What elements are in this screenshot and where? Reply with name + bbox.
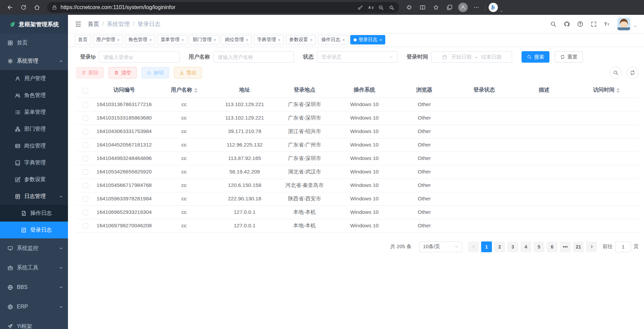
browser-back-button[interactable]	[4, 2, 16, 13]
tab-home[interactable]: 首页	[75, 35, 91, 44]
avatar-caret-icon[interactable]	[633, 24, 637, 30]
browser-home-button[interactable]	[31, 2, 43, 13]
close-tab-icon[interactable]: ×	[246, 37, 248, 42]
page-button-21[interactable]: 21	[573, 241, 584, 252]
close-tab-icon[interactable]: ×	[342, 37, 345, 42]
user-avatar[interactable]	[617, 18, 630, 30]
sidebar-item-post-management[interactable]: 岗位管理	[0, 137, 68, 154]
row-checkbox[interactable]	[83, 196, 88, 202]
row-checkbox[interactable]	[83, 142, 88, 148]
row-checkbox[interactable]	[83, 129, 88, 134]
col-user-name[interactable]: 用户名称	[153, 83, 215, 98]
user-name-input[interactable]	[213, 51, 294, 63]
extensions-icon[interactable]	[403, 2, 415, 13]
browser-reload-button[interactable]	[17, 2, 30, 13]
table-row[interactable]: 1641054566717984768cc120.6.150.158河北省-秦皇…	[76, 178, 639, 192]
page-button-4[interactable]: 4	[521, 241, 531, 252]
tab-parameter-settings[interactable]: 参数设置×	[286, 35, 316, 44]
login-ip-input[interactable]	[99, 51, 180, 63]
sidebar-item-login-log[interactable]: 登录日志	[0, 222, 68, 238]
close-tab-icon[interactable]: ×	[117, 37, 120, 42]
table-row[interactable]: 1641044993248464896cc113.87.92.165广东省-深圳…	[76, 152, 639, 165]
row-checkbox[interactable]	[83, 156, 88, 161]
password-key-icon[interactable]	[357, 5, 363, 10]
table-row[interactable]: 1641043063331753984cc39.171.210.78浙江省-绍兴…	[76, 125, 639, 138]
status-select[interactable]: 登录状态	[317, 51, 398, 63]
sidebar-toggle-icon[interactable]	[75, 21, 82, 28]
row-checkbox[interactable]	[83, 183, 88, 188]
page-button-2[interactable]: 2	[494, 241, 505, 252]
sidebar-item-system-management[interactable]: 系统管理	[0, 52, 68, 70]
clear-button[interactable]: 清空	[109, 67, 137, 78]
table-row[interactable]: 1641053426655825920cc58.19.42.209湖北省-武汉市…	[76, 165, 639, 178]
table-row[interactable]: 1641069798270046208cc127.0.0.1本地-本机Windo…	[76, 219, 639, 232]
login-time-range-picker[interactable]: 开始日期 - 结束日期	[431, 51, 512, 63]
table-row[interactable]: 1641044520567181312cc112.96.225.132广东省-广…	[76, 138, 639, 152]
sidebar-item-department-management[interactable]: 部门管理	[0, 121, 68, 137]
sidebar-item-user-management[interactable]: 用户管理	[0, 70, 68, 87]
github-icon[interactable]	[564, 21, 570, 27]
tab-menu-management[interactable]: 菜单管理×	[157, 35, 187, 44]
table-row[interactable]: 1641069652933218304cc127.0.0.1本地-本机Windo…	[76, 205, 639, 219]
sidebar-item-erp[interactable]: ERP	[0, 297, 68, 317]
close-tab-icon[interactable]: ×	[278, 37, 281, 42]
tab-role-management[interactable]: 角色管理×	[125, 35, 155, 44]
unlock-button[interactable]: 解锁	[141, 67, 169, 78]
col-visit-time[interactable]: 访问时间	[574, 83, 639, 98]
sidebar-item-role-management[interactable]: 角色管理	[0, 87, 68, 104]
row-checkbox[interactable]	[83, 102, 88, 107]
close-tab-icon[interactable]: ×	[380, 37, 382, 42]
next-page-button[interactable]	[586, 241, 597, 252]
page-button-5[interactable]: 5	[534, 241, 544, 252]
row-checkbox[interactable]	[83, 210, 88, 215]
breadcrumb-item-home[interactable]: 首页	[88, 20, 99, 28]
page-button-3[interactable]: 3	[507, 241, 518, 252]
sidebar-item-bbs[interactable]: BBS	[0, 277, 68, 297]
row-checkbox[interactable]	[83, 223, 88, 229]
split-screen-icon[interactable]	[417, 2, 429, 13]
sidebar-item-yi-framework[interactable]: Yi框架	[0, 317, 68, 329]
bing-caret-icon[interactable]	[500, 9, 503, 13]
reset-button[interactable]: 重置	[555, 51, 583, 63]
sort-icon[interactable]	[194, 88, 198, 93]
address-bar[interactable]: https://ccnetcore.com:1101/system/log/lo…	[47, 2, 399, 13]
sidebar-item-dictionary-management[interactable]: 字典管理	[0, 154, 68, 171]
font-size-icon[interactable]	[604, 21, 610, 27]
tab-login-log[interactable]: 登录日志×	[350, 35, 386, 44]
prev-page-button[interactable]	[468, 241, 479, 252]
sort-icon[interactable]	[616, 88, 620, 93]
page-button-1[interactable]: 1	[481, 241, 492, 252]
help-icon[interactable]	[577, 21, 583, 27]
url-text[interactable]: https://ccnetcore.com:1101/system/log/lo…	[61, 4, 354, 10]
sidebar-item-system-monitor[interactable]: 系统监控	[0, 238, 68, 258]
tab-post-management[interactable]: 岗位管理×	[221, 35, 252, 44]
sidebar-item-system-tools[interactable]: 系统工具	[0, 258, 68, 277]
sidebar-item-home[interactable]: 首页	[0, 34, 68, 52]
bing-icon[interactable]: b	[488, 2, 498, 12]
sidebar-item-parameter-settings[interactable]: 参数设置	[0, 171, 68, 188]
add-favorite-icon[interactable]	[389, 5, 394, 10]
close-tab-icon[interactable]: ×	[214, 37, 216, 42]
sidebar-item-log-management[interactable]: 日志管理	[0, 188, 68, 205]
fullscreen-icon[interactable]	[591, 21, 597, 27]
tab-dictionary-management[interactable]: 字典管理×	[254, 35, 284, 44]
close-tab-icon[interactable]: ×	[149, 37, 152, 42]
breadcrumb-item-system[interactable]: 系统管理	[107, 20, 130, 28]
tab-operation-log[interactable]: 操作日志×	[318, 35, 348, 44]
toggle-search-button[interactable]	[610, 67, 622, 79]
table-row[interactable]: 1641059633978281984cc222.90.130.18陕西省-西安…	[76, 192, 639, 205]
table-row[interactable]: 1641031367863177216cc113.102.129.221广东省-…	[76, 98, 639, 111]
table-row[interactable]: 1641031533185863680cc113.102.129.221广东省-…	[76, 111, 639, 125]
page-button-6[interactable]: 6	[547, 241, 558, 252]
browser-menu-icon[interactable]	[470, 2, 482, 13]
browser-profile-avatar[interactable]	[457, 2, 469, 13]
export-button[interactable]: 导出	[174, 67, 202, 78]
tab-user-management[interactable]: 用户管理×	[93, 35, 123, 44]
search-button[interactable]: 搜索	[522, 51, 549, 63]
favorites-icon[interactable]	[430, 2, 442, 13]
refresh-table-button[interactable]	[627, 67, 639, 79]
close-tab-icon[interactable]: ×	[310, 37, 313, 42]
collections-icon[interactable]	[443, 2, 456, 13]
sidebar-item-menu-management[interactable]: 菜单管理	[0, 104, 68, 121]
tab-department-management[interactable]: 部门管理×	[189, 35, 220, 44]
